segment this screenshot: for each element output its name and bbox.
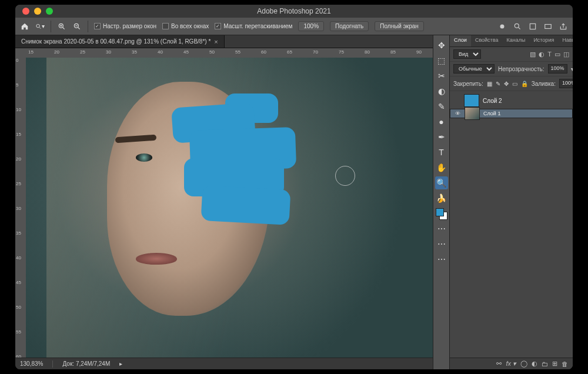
maximize-window-button[interactable] xyxy=(46,8,53,15)
fx-icon[interactable]: fx ▾ xyxy=(506,360,516,368)
panel-tab-слои[interactable]: Слои xyxy=(450,35,471,46)
ruler-tick: 15 xyxy=(28,49,34,55)
smudge-tool[interactable]: ● xyxy=(435,115,448,128)
move-tool[interactable]: ✥ xyxy=(435,39,448,52)
layer-row[interactable]: Слой 2 xyxy=(450,92,573,109)
filter-adjust-icon[interactable]: ◐ xyxy=(539,51,544,58)
fit-screen-button[interactable]: Подогнать xyxy=(330,21,369,31)
ruler-tick: 60 xyxy=(261,49,266,55)
panel-tab-навигатор[interactable]: Навигатор xyxy=(558,35,573,46)
ruler-area: 15202530354045505560657075808590 0510152… xyxy=(15,48,433,358)
ruler-tick: 10 xyxy=(16,107,21,112)
frame-icon[interactable] xyxy=(543,22,553,31)
close-window-button[interactable] xyxy=(22,8,29,15)
ruler-tick: 70 xyxy=(313,49,318,55)
svg-point-3 xyxy=(500,24,505,28)
hand-tool[interactable]: ✋ xyxy=(435,161,448,174)
layer-row[interactable]: 👁Слой 1 xyxy=(450,109,573,118)
cloud-icon[interactable] xyxy=(497,22,507,31)
blend-opacity-row: Обычные Непрозрачность: 100% ▾ xyxy=(450,62,573,76)
edit-toolbar-icon[interactable]: ⋯ xyxy=(435,222,448,235)
ruler-tick: 90 xyxy=(416,49,422,55)
panel-tab-каналы[interactable]: Каналы xyxy=(502,35,529,46)
new-layer-icon[interactable]: ⊞ xyxy=(552,360,557,368)
marquee-tool[interactable]: ⬚ xyxy=(435,54,448,67)
mask-icon[interactable]: ◯ xyxy=(520,360,527,368)
layer-thumbnail[interactable] xyxy=(464,94,479,107)
panel-tab-свойства[interactable]: Свойства xyxy=(471,35,503,46)
search-icon[interactable] xyxy=(513,22,522,31)
ruler-tick: 65 xyxy=(287,49,292,55)
screen-mode-icon[interactable]: ⋯ xyxy=(435,253,448,266)
traffic-lights xyxy=(15,8,53,15)
scrubby-zoom-label: Масшт. перетаскиванием xyxy=(223,23,292,29)
filter-smart-icon[interactable]: ◫ xyxy=(563,51,569,58)
document-tab[interactable]: Снимок экрана 2020-05-05 в 00.48.47.png … xyxy=(15,35,225,48)
canvas[interactable] xyxy=(26,58,433,358)
ruler-tick: 35 xyxy=(16,231,21,236)
opacity-chevron-icon[interactable]: ▾ xyxy=(571,66,573,72)
color-swatch[interactable] xyxy=(436,208,447,220)
lock-position-icon[interactable]: ✥ xyxy=(504,81,509,87)
full-screen-button[interactable]: Полный экран xyxy=(375,21,424,31)
layer-name[interactable]: Слой 2 xyxy=(483,98,502,104)
zoom-level[interactable]: 130,83% xyxy=(20,360,43,367)
trash-icon[interactable]: 🗑 xyxy=(562,360,568,368)
blend-mode-select[interactable]: Обычные xyxy=(453,64,495,74)
pen-tool[interactable]: ✒ xyxy=(435,131,448,143)
all-windows-checkbox[interactable]: Во всех окнах xyxy=(162,23,209,29)
vertical-ruler[interactable]: 051015202530354045505560 xyxy=(15,58,26,358)
layer-thumbnail[interactable] xyxy=(465,107,480,120)
horizontal-ruler[interactable]: 15202530354045505560657075808590 xyxy=(26,48,433,58)
eyedropper-tool[interactable]: ◐ xyxy=(435,85,448,98)
link-layers-icon[interactable]: ⚯ xyxy=(496,360,502,368)
fill-value[interactable]: 100% xyxy=(559,79,573,88)
resize-windows-checkbox[interactable]: Настр. размер окон xyxy=(94,23,156,29)
lock-artboard-icon[interactable]: ▭ xyxy=(512,81,517,87)
zoom-in-icon[interactable] xyxy=(57,22,66,31)
panel-icon[interactable] xyxy=(528,22,537,31)
brush-cursor-ring xyxy=(335,166,355,186)
scrubby-zoom-checkbox[interactable]: Масшт. перетаскиванием xyxy=(215,23,292,29)
minimize-window-button[interactable] xyxy=(34,8,41,15)
type-tool[interactable]: T xyxy=(435,146,448,159)
fill-label: Заливка: xyxy=(532,81,556,87)
layer-filter-select[interactable]: Вид xyxy=(453,49,481,59)
search-dropdown-icon[interactable]: ▾ xyxy=(35,22,45,31)
lock-brush-icon[interactable]: ✎ xyxy=(496,81,500,87)
close-tab-icon[interactable]: × xyxy=(214,38,218,45)
ruler-tick: 80 xyxy=(365,49,370,55)
ruler-corner xyxy=(15,48,26,58)
quick-mask-icon[interactable]: ⋯ xyxy=(435,238,448,251)
ruler-tick: 55 xyxy=(235,49,240,55)
crop-tool[interactable]: ✂ xyxy=(435,69,448,82)
ruler-tick: 50 xyxy=(209,49,215,55)
lock-pixel-icon[interactable]: ▦ xyxy=(487,81,492,87)
ruler-tick: 25 xyxy=(16,181,21,186)
filter-shape-icon[interactable]: ▭ xyxy=(554,51,560,58)
panel-tabs: СлоиСвойстваКаналыИсторияНавигатор xyxy=(450,35,573,47)
share-icon[interactable] xyxy=(559,22,568,31)
group-icon[interactable]: 🗀 xyxy=(542,360,548,368)
zoom-out-icon[interactable] xyxy=(72,22,82,31)
layer-name[interactable]: Слой 1 xyxy=(483,111,500,116)
filter-image-icon[interactable]: ▧ xyxy=(530,51,536,58)
layer-visibility-icon[interactable]: 👁 xyxy=(454,111,461,116)
zoom-tool[interactable]: 🔍 xyxy=(435,176,448,189)
opacity-label: Непрозрачность: xyxy=(498,66,544,72)
brush-tool[interactable]: ✎ xyxy=(435,100,448,113)
banana-tool[interactable]: 🍌 xyxy=(435,192,448,205)
ruler-tick: 45 xyxy=(183,49,189,55)
adjustment-layer-icon[interactable]: ◐ xyxy=(532,360,537,368)
zoom-100-button[interactable]: 100% xyxy=(298,21,324,31)
panel-tab-история[interactable]: История xyxy=(529,35,558,46)
lock-all-icon[interactable]: 🔒 xyxy=(521,81,528,87)
status-chevron-icon[interactable]: ▸ xyxy=(119,360,122,367)
home-icon[interactable] xyxy=(20,22,29,31)
svg-rect-6 xyxy=(545,24,552,28)
window-title: Adobe Photoshop 2021 xyxy=(15,7,573,15)
filter-type-icon[interactable]: T xyxy=(547,51,552,58)
layer-list: Слой 2👁Слой 1 xyxy=(450,91,573,358)
opacity-value[interactable]: 100% xyxy=(548,64,567,74)
lock-label: Закрепить: xyxy=(453,81,483,87)
